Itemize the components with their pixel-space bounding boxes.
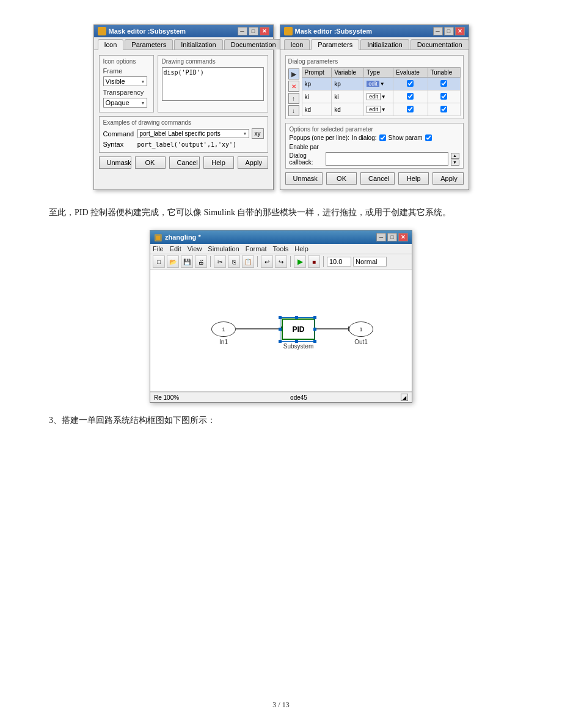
frame-dropdown[interactable]: Visible <box>103 76 147 86</box>
command-dropdown[interactable]: port_label Label specific ports <box>137 129 249 138</box>
callback-input[interactable] <box>326 152 448 166</box>
tab-documentation-left[interactable]: Documentation <box>224 39 283 50</box>
left-minimize-btn[interactable]: ─ <box>238 27 247 35</box>
page-footer: 3 / 13 <box>0 700 562 710</box>
ki-variable: ki <box>332 90 364 103</box>
move-up-btn[interactable]: ↑ <box>288 93 299 104</box>
tb-save-btn[interactable]: 💾 <box>181 256 193 268</box>
tb-time-input[interactable] <box>327 257 351 267</box>
simulink-window: ▣ zhangling * ─ □ ✕ File Edit View Simul… <box>150 230 412 403</box>
table-row[interactable]: kp kp edit ▼ <box>302 78 460 90</box>
kp-tunable <box>428 78 460 90</box>
left-mask-editor: Mask editor :Subsystem ─ □ ✕ Icon Parame… <box>93 24 274 190</box>
tb-new-btn[interactable]: □ <box>153 256 165 268</box>
mask-editor-icon-right <box>284 27 293 35</box>
right-help-btn[interactable]: Help <box>398 172 429 185</box>
menu-file[interactable]: File <box>153 245 164 252</box>
in-dialog-checkbox[interactable] <box>379 134 386 141</box>
move-down-btn[interactable]: ↓ <box>288 105 299 116</box>
drawing-commands-box: Drawing commands disp('PID') <box>158 55 268 112</box>
tb-redo-btn[interactable]: ↪ <box>275 256 287 268</box>
transparency-label: Transparency <box>103 89 146 96</box>
paragraph-text: 至此，PID 控制器便构建完成，它可以像 Simulink 自带的那些模块一样，… <box>49 205 513 220</box>
right-unmask-btn[interactable]: Unmask <box>285 172 323 185</box>
callback-row: Dialogcallback: ▲ ▼ <box>290 152 459 166</box>
transparency-dropdown-row: Opaque <box>103 98 150 108</box>
tab-parameters-right[interactable]: Parameters <box>311 39 359 50</box>
xy-button[interactable]: xy <box>252 128 264 139</box>
frame-dropdown-row: Visible <box>103 76 150 86</box>
callback-down-btn[interactable]: ▼ <box>451 160 459 166</box>
mask-editor-icon-left <box>98 27 106 35</box>
kp-type: edit ▼ <box>364 78 393 90</box>
left-help-btn[interactable]: Help <box>203 156 234 169</box>
dialog-callback-label: Dialogcallback: <box>290 152 323 166</box>
tab-icon-right[interactable]: Icon <box>284 39 310 50</box>
right-cancel-btn[interactable]: Cancel <box>360 172 395 185</box>
tb-mode-input[interactable] <box>353 257 387 267</box>
right-maximize-btn[interactable]: □ <box>444 27 454 35</box>
in1-sublabel: In1 <box>211 339 236 345</box>
in1-label: 1 <box>222 326 225 333</box>
tab-icon-left[interactable]: Icon <box>98 39 124 50</box>
menu-edit[interactable]: Edit <box>170 245 181 252</box>
tab-parameters-left[interactable]: Parameters <box>125 39 173 50</box>
kp-evaluate <box>393 78 428 90</box>
tb-copy-btn[interactable]: ⎘ <box>228 256 240 268</box>
sim-maximize-btn[interactable]: □ <box>387 233 397 241</box>
show-param-checkbox[interactable] <box>425 134 432 141</box>
right-minimize-btn[interactable]: ─ <box>433 27 443 35</box>
tb-print-btn[interactable]: 🖨 <box>195 256 207 268</box>
sim-close-btn[interactable]: ✕ <box>398 233 408 241</box>
menu-help[interactable]: Help <box>294 245 308 252</box>
sim-minimize-btn[interactable]: ─ <box>376 233 386 241</box>
ki-tunable <box>428 90 460 103</box>
status-solver: ode45 <box>197 394 401 401</box>
left-dialog-buttons: Unmask OK Cancel Help Apply <box>99 156 268 169</box>
examples-label: Examples of drawing commands <box>103 119 264 126</box>
menu-format[interactable]: Format <box>246 245 267 252</box>
left-maximize-btn[interactable]: □ <box>249 27 258 35</box>
tb-paste-btn[interactable]: 📋 <box>242 256 254 268</box>
out1-block[interactable]: 1 <box>349 322 373 337</box>
ki-prompt: ki <box>302 90 332 103</box>
tab-initialization-left[interactable]: Initialization <box>174 39 222 50</box>
tb-sep4 <box>323 256 324 267</box>
left-apply-btn[interactable]: Apply <box>238 156 268 169</box>
right-apply-btn[interactable]: Apply <box>432 172 463 185</box>
tb-stop-btn[interactable]: ■ <box>308 256 320 268</box>
params-area: ▶ ✕ ↑ ↓ Prompt Variable Type Evaluate <box>288 67 461 116</box>
tab-documentation-right[interactable]: Documentation <box>411 39 469 50</box>
menu-simulation[interactable]: Simulation <box>208 245 239 252</box>
right-ok-btn[interactable]: OK <box>326 172 357 185</box>
left-cancel-btn[interactable]: Cancel <box>169 156 200 169</box>
kp-prompt: kp <box>302 78 332 90</box>
in1-block[interactable]: 1 <box>211 322 236 337</box>
tb-open-btn[interactable]: 📂 <box>167 256 179 268</box>
callback-up-btn[interactable]: ▲ <box>451 153 459 159</box>
ki-type: edit ▼ <box>364 90 393 103</box>
tb-cut-btn[interactable]: ✂ <box>214 256 226 268</box>
pid-block[interactable]: PID <box>282 318 315 340</box>
left-close-btn[interactable]: ✕ <box>260 27 269 35</box>
menu-tools[interactable]: Tools <box>273 245 289 252</box>
left-ok-btn[interactable]: OK <box>135 156 166 169</box>
add-param-btn[interactable]: ▶ <box>288 68 299 79</box>
right-close-btn[interactable]: ✕ <box>455 27 465 35</box>
icon-options-box: Icon options Frame Visible Transparency <box>99 55 154 112</box>
table-row[interactable]: ki ki edit ▼ <box>302 90 460 103</box>
icon-options-label: Icon options <box>103 58 150 65</box>
transparency-dropdown[interactable]: Opaque <box>103 98 147 108</box>
tb-undo-btn[interactable]: ↩ <box>261 256 273 268</box>
status-resize-btn[interactable]: ◢ <box>401 394 408 401</box>
drawing-commands-textarea[interactable]: disp('PID') <box>162 67 264 101</box>
command-label: Command <box>103 130 135 138</box>
menu-view[interactable]: View <box>188 245 202 252</box>
table-row[interactable]: kd kd edit ▼ <box>302 103 460 116</box>
tab-initialization-right[interactable]: Initialization <box>360 39 409 50</box>
delete-param-btn[interactable]: ✕ <box>288 81 299 92</box>
options-title: Options for selected parameter <box>290 126 459 133</box>
left-unmask-btn[interactable]: Unmask <box>99 156 131 169</box>
right-mask-editor-title: Mask editor :Subsystem <box>295 28 373 35</box>
tb-play-btn[interactable]: ▶ <box>294 256 306 268</box>
